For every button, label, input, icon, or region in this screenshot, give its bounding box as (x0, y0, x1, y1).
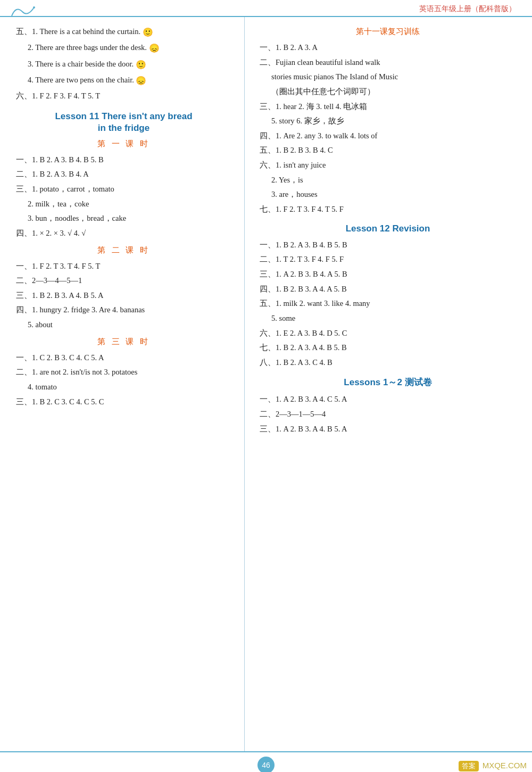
lesson-12-block: Lesson 12 Revision (256, 223, 519, 234)
top-left-decoration (11, 4, 37, 21)
face-2: 😞 (149, 41, 160, 55)
period-1-heading: 第 一 课 时 (13, 139, 235, 149)
right-column: 第十一课复习训练 一、1. B 2. A 3. A 二、Fujian clean… (245, 17, 532, 751)
page-number: 46 (257, 757, 275, 772)
top-bar: 英语五年级上册（配科普版） (0, 0, 532, 17)
lesson-11-title: Lesson 11 There isn't any bread (13, 111, 235, 122)
p1-si: 四、1. × 2. × 3. √ 4. √ (13, 227, 235, 240)
watermark: 答案 MXQE.COM (459, 761, 527, 771)
p2-si-5: 5. about (13, 318, 235, 331)
section-6: 六、1. F 2. F 3. F 4. T 5. T (13, 89, 235, 103)
l12-san: 三、1. A 2. B 3. B 4. A 5. B (256, 268, 519, 281)
l12-wu-5: 5. some (256, 312, 519, 325)
l12-si: 四、1. B 2. B 3. A 4. A 5. B (256, 283, 519, 296)
p1-yi: 一、1. B 2. A 3. B 4. B 5. B (13, 153, 235, 167)
l12-qi: 七、1. B 2. A 3. A 4. B 5. B (256, 341, 519, 354)
section-5-item3: 3. There is a chair beside the door. 🙂 (13, 57, 235, 72)
l12-er: 二、1. T 2. T 3. F 4. F 5. F (256, 253, 519, 266)
book-title: 英语五年级上册（配科普版） (419, 4, 516, 14)
review-section-title: 第十一课复习训练 (256, 27, 519, 37)
r1-san: 三、1. hear 2. 海 3. tell 4. 电冰箱 (256, 100, 519, 113)
r1-er-3: （圈出其中任意七个词即可） (256, 85, 519, 98)
watermark-logo: 答案 (459, 761, 479, 771)
r1-liu-2: 2. Yes，is (256, 173, 519, 187)
p3-er-4: 4. tomato (13, 380, 235, 394)
p1-san-2: 2. milk，tea，coke (13, 197, 235, 211)
section-5-label: 五 (16, 27, 24, 36)
p3-san: 三、1. B 2. C 3. C 4. C 5. C (13, 395, 235, 409)
p2-si: 四、1. hungry 2. fridge 3. Are 4. bananas (13, 303, 235, 317)
left-column: 五、1. There is a cat behind the curtain. … (0, 17, 245, 751)
section-5-item4: 4. There are two pens on the chair. 😞 (13, 73, 235, 88)
p1-san-3: 3. bun，noodles，bread，cake (13, 212, 235, 225)
section-5-header: 五、1. There is a cat behind the curtain. … (13, 25, 235, 39)
r1-wu: 五、1. B 2. B 3. B 4. C (256, 144, 519, 157)
lt-san: 三、1. A 2. B 3. A 4. B 5. A (256, 422, 519, 436)
l12-wu: 五、1. milk 2. want 3. like 4. many (256, 297, 519, 310)
face-4: 😞 (136, 73, 146, 88)
page: 英语五年级上册（配科普版） 五、1. There is a cat behind… (0, 0, 532, 772)
p3-er: 二、1. are not 2. isn't/is not 3. potatoes (13, 366, 235, 379)
lesson-11-block: Lesson 11 There isn't any bread in the f… (13, 111, 235, 134)
l12-yi: 一、1. B 2. A 3. B 4. B 5. B (256, 238, 519, 252)
section-6-label: 六 (16, 92, 24, 100)
r1-liu: 六、1. isn't any juice (256, 159, 519, 172)
lesson-12-title: Lesson 12 Revision (256, 223, 519, 234)
p1-san: 三、1. potato，carrot，tomato (13, 182, 235, 196)
lessons-test-title: Lessons 1～2 测试卷 (256, 376, 519, 388)
section-5-item1: 、1. There is a cat behind the curtain. 🙂 (24, 27, 153, 36)
r1-er: 二、Fujian clean beautiful island walk (256, 56, 519, 69)
p2-er: 二、2—3—4—5—1 (13, 274, 235, 287)
period-2-heading: 第 二 课 时 (13, 245, 235, 255)
l12-liu: 六、1. E 2. A 3. B 4. D 5. C (256, 327, 519, 340)
section-5-item2: 2. There are three bags under the desk. … (13, 41, 235, 55)
face-1: 🙂 (143, 25, 153, 39)
r1-liu-3: 3. are，houses (256, 188, 519, 201)
face-3: 🙂 (136, 57, 146, 72)
svg-point-0 (33, 6, 35, 9)
lessons-test-block: Lessons 1～2 测试卷 (256, 376, 519, 388)
lesson-11-title-sub: in the fridge (13, 123, 235, 134)
period-3-heading: 第 三 课 时 (13, 337, 235, 347)
r1-si: 四、1. Are 2. any 3. to walk 4. lots of (256, 129, 519, 143)
p2-san: 三、1. B 2. B 3. A 4. B 5. A (13, 289, 235, 302)
p1-er: 二、1. B 2. A 3. B 4. A (13, 168, 235, 181)
lt-yi: 一、1. A 2. B 3. A 4. C 5. A (256, 393, 519, 406)
r1-qi: 七、1. F 2. T 3. F 4. T 5. F (256, 203, 519, 216)
main-content: 五、1. There is a cat behind the curtain. … (0, 17, 532, 751)
lt-er: 二、2—3—1—5—4 (256, 408, 519, 421)
p2-yi: 一、1. F 2. T 3. T 4. F 5. T (13, 260, 235, 273)
page-footer: 46 (0, 751, 532, 772)
r1-yi: 一、1. B 2. A 3. A (256, 41, 519, 54)
r1-san-2: 5. story 6. 家乡，故乡 (256, 114, 519, 128)
r1-er-2: stories music pianos The Island of Music (256, 70, 519, 84)
watermark-text: MXQE.COM (483, 761, 527, 770)
p3-yi: 一、1. C 2. B 3. C 4. C 5. A (13, 351, 235, 364)
l12-ba: 八、1. B 2. A 3. C 4. B (256, 356, 519, 369)
